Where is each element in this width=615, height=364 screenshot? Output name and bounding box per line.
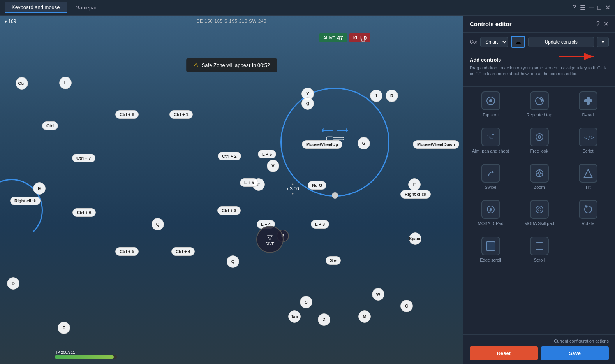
right-click-btn[interactable]: Right click [10, 197, 41, 205]
se-btn[interactable]: S e [326, 256, 341, 265]
mousewheel-down-btn[interactable]: MouseWheelDown [413, 140, 459, 149]
q-key[interactable]: Q [227, 255, 239, 268]
rotate-icon [579, 200, 597, 219]
maximize-icon[interactable]: □ [597, 4, 601, 11]
hud-top: SE 150 165 S 195 210 SW 240 [0, 19, 463, 23]
q-btn[interactable]: Q [152, 218, 164, 230]
ctrl-2-btn[interactable]: Ctrl + 2 [218, 152, 241, 160]
f-key-bottom[interactable]: F [58, 322, 70, 334]
ctrl-6-btn[interactable]: Ctrl + 6 [72, 208, 96, 217]
l-5-btn[interactable]: L + 5 [240, 178, 258, 187]
l-6-btn[interactable]: L + 6 [258, 150, 276, 158]
panel-close-icon[interactable]: ✕ [604, 20, 609, 28]
svg-point-22 [536, 206, 543, 213]
control-item-swipe[interactable]: Swipe [467, 159, 515, 195]
control-item-dpad[interactable]: D-pad [564, 87, 612, 122]
control-item-tap-spot[interactable]: Tap spot [467, 87, 515, 122]
moba-skill-pad-icon [530, 200, 549, 219]
tab-gamepad[interactable]: Gamepad [69, 2, 105, 13]
right-click-btn2[interactable]: Right click [400, 190, 431, 199]
control-item-repeated-tap[interactable]: Repeated tap [515, 87, 563, 122]
repeated-tap-icon [530, 91, 549, 110]
g-key[interactable]: G [358, 137, 370, 149]
control-item-rotate[interactable]: Rotate [564, 195, 612, 231]
smart-select[interactable]: Smart [480, 37, 508, 47]
svg-rect-28 [536, 243, 543, 250]
save-button[interactable]: Save [541, 346, 609, 360]
ctrl-7-btn[interactable]: Ctrl + 7 [72, 154, 95, 162]
control-item-moba-dpad[interactable]: 6 MOBA D-Pad [467, 195, 515, 231]
ctrl-key[interactable]: Ctrl [16, 77, 28, 90]
help-icon[interactable]: ? [596, 21, 600, 28]
control-item-edge-scroll[interactable]: Edge scroll [467, 232, 515, 267]
l-key[interactable]: L [59, 77, 72, 89]
tilt-icon [579, 164, 597, 183]
sync-icon-box[interactable]: ☁ [511, 36, 525, 48]
menu-icon[interactable]: ☰ [580, 4, 585, 11]
warning-icon: ⚠ [193, 62, 199, 69]
control-item-aim-pan-shoot[interactable]: ☜ Aim, pan and shoot [467, 123, 515, 158]
d-key[interactable]: D [7, 277, 19, 290]
control-item-free-look[interactable]: Free look [515, 123, 563, 158]
aim-pan-shoot-icon: ☜ [481, 128, 500, 146]
ctrl-5-btn[interactable]: Ctrl + 5 [115, 247, 139, 256]
tilt-label: Tilt [585, 185, 590, 190]
z-key[interactable]: Z [318, 313, 330, 326]
svg-marker-18 [584, 169, 592, 177]
dropdown-button[interactable]: ▼ [597, 37, 609, 47]
control-item-scroll[interactable]: Scroll [515, 232, 563, 267]
f-key-right[interactable]: F [408, 178, 421, 191]
l-3-btn[interactable]: L + 3 [311, 220, 329, 229]
scroll-label: Scroll [534, 258, 545, 263]
control-item-tilt[interactable]: Tilt [564, 159, 612, 195]
space-btn[interactable]: Space [409, 232, 421, 245]
control-item-zoom[interactable]: Zoom [515, 159, 563, 195]
hp-label: HP 200/211 [55, 350, 117, 355]
main-content: ▾ 169 SE 150 165 S 195 210 SW 240 ALIVE … [0, 16, 615, 364]
s-key[interactable]: S [300, 296, 312, 308]
tab-bar: Keyboard and mouse Gamepad [5, 2, 105, 13]
repeated-tap-label: Repeated tap [526, 113, 552, 118]
q-key-top[interactable]: Q [301, 97, 314, 110]
n1-key[interactable]: 1 [370, 90, 382, 102]
ctrl-8-btn[interactable]: Ctrl + 8 [115, 110, 139, 119]
num-g-btn[interactable]: Nu G [308, 181, 326, 190]
tab-key[interactable]: Tab [288, 310, 301, 323]
dpad-label: D-pad [582, 113, 594, 118]
title-bar: Keyboard and mouse Gamepad ? ☰ ─ □ ✕ [0, 0, 615, 16]
gear-icon[interactable]: ⚙ [360, 37, 366, 44]
question-icon[interactable]: ? [573, 4, 576, 11]
r-key[interactable]: R [386, 90, 398, 102]
ctrl-1-btn[interactable]: Ctrl + 1 [169, 110, 193, 119]
script-icon: </> [579, 128, 597, 146]
tab-keyboard-mouse[interactable]: Keyboard and mouse [5, 2, 67, 13]
zoom-indicator: ▲ x 3.00 ▼ [286, 182, 299, 196]
kill-stat: KILL 0 [349, 33, 370, 42]
ctrl-4-btn[interactable]: Ctrl + 4 [171, 247, 195, 256]
update-controls-button[interactable]: Update controls [528, 37, 594, 47]
zoom-label: Zoom [534, 185, 545, 190]
mousewheel-up-btn[interactable]: MouseWheelUp [302, 140, 342, 149]
safe-zone-warning: ⚠ Safe Zone will appear in 00:52 [186, 58, 277, 72]
ctrl-3-btn[interactable]: Ctrl + 3 [217, 206, 241, 215]
cor-label: Cor [470, 39, 477, 45]
control-item-script[interactable]: </> Script [564, 123, 612, 158]
script-label: Script [582, 149, 593, 154]
sync-icon: ☁ [515, 38, 521, 46]
svg-point-2 [489, 99, 492, 102]
free-look-icon [530, 128, 549, 146]
dive-button[interactable]: ▽ DIVE [256, 226, 284, 253]
reset-button[interactable]: Reset [470, 346, 538, 360]
c-key[interactable]: C [400, 300, 413, 312]
w-key[interactable]: W [372, 288, 384, 301]
ctrl-key-static[interactable]: Ctrl [42, 121, 58, 130]
svg-point-13 [538, 172, 541, 174]
v-key[interactable]: V [267, 160, 279, 172]
e-key[interactable]: E [33, 182, 46, 195]
minimize-icon[interactable]: ─ [589, 4, 594, 11]
hp-bar-container: HP 200/211 [55, 350, 117, 359]
control-item-moba-skill-pad[interactable]: MOBA Skill pad [515, 195, 563, 231]
close-icon[interactable]: ✕ [605, 4, 610, 11]
m-key[interactable]: M [358, 310, 371, 323]
panel-header: Controls editor ? ✕ [463, 16, 615, 33]
